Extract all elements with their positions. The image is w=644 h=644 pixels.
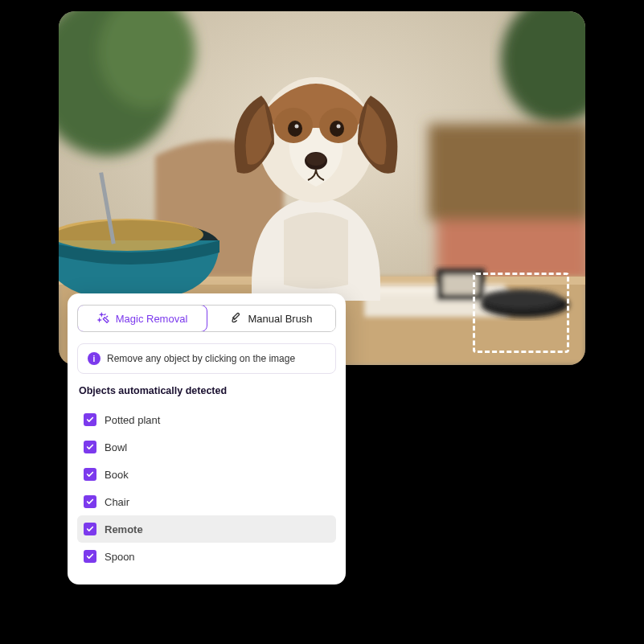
object-item[interactable]: Chair bbox=[77, 488, 336, 515]
checkbox-icon[interactable] bbox=[84, 523, 96, 535]
section-title: Objects automatically detected bbox=[77, 385, 336, 396]
object-item[interactable]: Remote bbox=[77, 515, 336, 543]
tab-magic-removal[interactable]: Magic Removal bbox=[77, 305, 207, 332]
tool-tabs: Magic Removal Manual Brush bbox=[77, 305, 336, 332]
info-bar: i Remove any object by clicking on the i… bbox=[77, 343, 336, 374]
checkbox-icon[interactable] bbox=[84, 495, 96, 508]
tab-manual-brush[interactable]: Manual Brush bbox=[207, 306, 335, 331]
tab-brush-label: Manual Brush bbox=[248, 313, 312, 325]
selection-marquee[interactable] bbox=[473, 273, 569, 353]
object-label: Remote bbox=[105, 523, 143, 535]
removal-panel: Magic Removal Manual Brush i Remove any … bbox=[68, 293, 346, 585]
svg-rect-4 bbox=[429, 124, 585, 220]
svg-point-21 bbox=[330, 121, 344, 137]
object-item[interactable]: Potted plant bbox=[77, 406, 336, 433]
object-item[interactable]: Book bbox=[77, 461, 336, 488]
checkbox-icon[interactable] bbox=[84, 550, 96, 563]
wand-icon bbox=[97, 312, 110, 325]
object-label: Spoon bbox=[105, 551, 135, 563]
object-item[interactable]: Spoon bbox=[77, 543, 336, 570]
svg-point-20 bbox=[288, 121, 302, 137]
checkbox-icon[interactable] bbox=[84, 441, 96, 453]
object-label: Chair bbox=[105, 496, 129, 508]
checkbox-icon[interactable] bbox=[84, 413, 96, 426]
svg-point-25 bbox=[306, 153, 326, 166]
object-item[interactable]: Bowl bbox=[77, 433, 336, 461]
svg-point-23 bbox=[337, 125, 341, 129]
object-label: Bowl bbox=[105, 441, 127, 453]
info-icon: i bbox=[88, 352, 100, 365]
object-label: Book bbox=[105, 469, 129, 481]
object-label: Potted plant bbox=[105, 414, 160, 426]
brush-icon bbox=[229, 312, 242, 325]
svg-point-22 bbox=[295, 125, 299, 129]
object-list: Potted plantBowlBookChairRemoteSpoon bbox=[77, 406, 336, 570]
checkbox-icon[interactable] bbox=[84, 468, 96, 481]
info-text: Remove any object by clicking on the ima… bbox=[107, 353, 295, 364]
tab-magic-label: Magic Removal bbox=[116, 313, 188, 325]
